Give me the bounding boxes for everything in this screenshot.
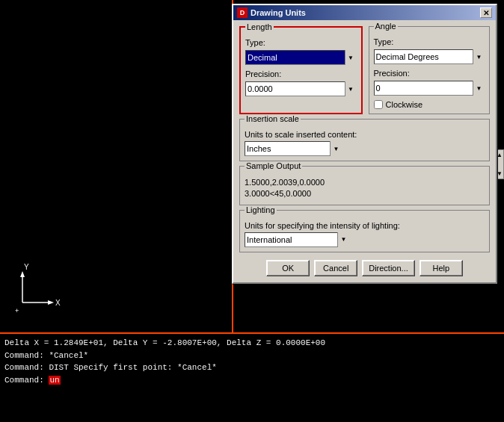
- dialog-body: Length Type: Decimal Architectural Engin…: [233, 20, 496, 282]
- sample-output-label: Sample Output: [245, 161, 302, 170]
- angle-type-label: Type:: [374, 37, 485, 46]
- svg-text:+: +: [15, 307, 19, 314]
- length-precision-label: Precision:: [245, 69, 357, 78]
- length-type-wrapper: Decimal Architectural Engineering Fracti…: [245, 50, 357, 65]
- cad-axes: Y X +: [7, 258, 67, 317]
- console-line-1: Delta X = 1.2849E+01, Delta Y = -2.8007E…: [4, 337, 500, 350]
- angle-precision-label: Precision:: [374, 69, 485, 78]
- dialog-titlebar: D Drawing Units ✕: [233, 5, 496, 20]
- lighting-group-label: Lighting: [245, 205, 277, 214]
- length-angle-row: Length Type: Decimal Architectural Engin…: [239, 26, 490, 114]
- insertion-scale-label: Insertion scale: [245, 114, 301, 123]
- console-line4-prefix: Command:: [4, 376, 49, 385]
- console-line-4: Command: un: [4, 374, 500, 387]
- insertion-select-wrapper: Inches Feet Millimeters Centimeters Mete…: [245, 141, 342, 156]
- console-area: Delta X = 1.2849E+01, Delta Y = -2.8007E…: [0, 332, 504, 377]
- angle-type-select[interactable]: Decimal Degrees Deg/Min/Sec Grads Radian…: [374, 49, 485, 64]
- length-precision-wrapper: 0.0000 0.000 0.00 0.0 0 ▼: [245, 81, 357, 96]
- svg-text:Y: Y: [24, 263, 29, 271]
- angle-type-wrapper: Decimal Degrees Deg/Min/Sec Grads Radian…: [374, 49, 485, 64]
- dialog-buttons: OK Cancel Direction... Help: [239, 258, 490, 276]
- angle-group-label: Angle: [374, 22, 398, 31]
- console-line-2: Command: *Cancel*: [4, 350, 500, 362]
- dialog-close-button[interactable]: ✕: [480, 7, 492, 18]
- insertion-sublabel: Units to scale inserted content:: [245, 130, 485, 139]
- clockwise-row: Clockwise: [374, 100, 485, 109]
- sample-line2: 3.0000<45,0.0000: [245, 188, 485, 199]
- console-line-3: Command: DIST Specify first point: *Canc…: [4, 362, 500, 374]
- drawing-units-dialog: D Drawing Units ✕ Length Type: Decimal A…: [232, 4, 497, 284]
- titlebar-left: D Drawing Units: [237, 7, 306, 18]
- lighting-select-wrapper: International American Generic ▼: [245, 232, 349, 247]
- length-precision-select[interactable]: 0.0000 0.000 0.00 0.0 0: [245, 81, 357, 96]
- insertion-select[interactable]: Inches Feet Millimeters Centimeters Mete…: [245, 141, 342, 156]
- sample-output-group: Sample Output 1.5000,2.0039,0.0000 3.000…: [239, 166, 490, 205]
- cancel-button[interactable]: Cancel: [314, 260, 357, 276]
- angle-precision-wrapper: 0 0.0 0.00 0.000 0.0000 ▼: [374, 81, 485, 96]
- help-button[interactable]: Help: [420, 260, 463, 276]
- angle-precision-select[interactable]: 0 0.0 0.00 0.000 0.0000: [374, 81, 485, 96]
- svg-marker-3: [48, 300, 54, 305]
- direction-button[interactable]: Direction...: [362, 260, 415, 276]
- clockwise-label: Clockwise: [386, 100, 423, 109]
- insertion-scale-group: Insertion scale Units to scale inserted …: [239, 119, 490, 161]
- svg-text:X: X: [55, 299, 61, 307]
- length-group: Length Type: Decimal Architectural Engin…: [239, 26, 363, 114]
- sample-line1: 1.5000,2.0039,0.0000: [245, 177, 485, 188]
- lighting-group: Lighting Units for specifying the intens…: [239, 210, 490, 252]
- cad-workspace: Y X + ▲ ▼ D Drawing Units ✕ Length Ty: [0, 0, 504, 377]
- dialog-app-icon: D: [237, 7, 248, 18]
- angle-group: Angle Type: Decimal Degrees Deg/Min/Sec …: [369, 26, 491, 114]
- length-group-label: Length: [245, 22, 274, 31]
- length-type-select[interactable]: Decimal Architectural Engineering Fracti…: [245, 50, 357, 65]
- clockwise-checkbox[interactable]: [374, 100, 383, 109]
- lighting-select[interactable]: International American Generic: [245, 232, 349, 247]
- console-line4-highlight: un: [49, 376, 60, 385]
- lighting-sublabel: Units for specifying the intensity of li…: [245, 221, 485, 230]
- length-type-label: Type:: [245, 38, 357, 47]
- svg-marker-2: [20, 271, 25, 277]
- ok-button[interactable]: OK: [266, 260, 310, 276]
- dialog-title: Drawing Units: [251, 8, 306, 17]
